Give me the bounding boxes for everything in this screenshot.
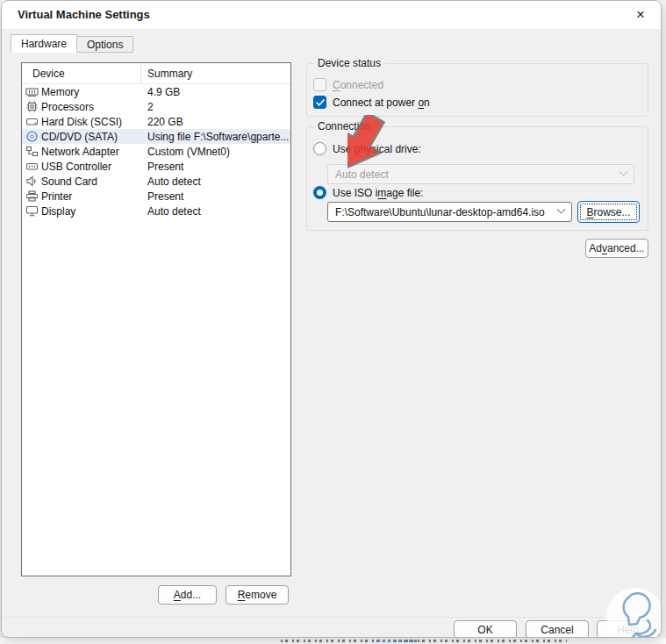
usb-controller-icon (25, 161, 39, 173)
connected-checkbox[interactable]: Connected (313, 78, 383, 91)
device-name: Memory (41, 86, 79, 98)
physical-drive-select[interactable]: Auto detect (327, 164, 634, 184)
device-list: Device Summary Memory 4.9 GB Processors … (21, 62, 291, 576)
display-icon (25, 205, 39, 218)
device-name: Hard Disk (SCSI) (41, 116, 122, 128)
check-icon (316, 99, 325, 106)
device-summary: Using file F:\Software\gparte... (141, 131, 290, 143)
device-name: Network Adapter (41, 146, 119, 158)
help-button[interactable]: Help (597, 620, 659, 638)
tab-hardware[interactable]: Hardware (11, 34, 77, 53)
device-list-header: Device Summary (22, 63, 290, 84)
column-header-device: Device (22, 63, 141, 83)
cancel-button[interactable]: Cancel (526, 620, 589, 638)
footer-separator (2, 617, 661, 618)
processor-icon (25, 101, 39, 113)
device-summary: Auto detect (141, 205, 290, 218)
network-adapter-icon (25, 146, 39, 158)
clipped-text-strip (281, 640, 567, 642)
device-summary: Auto detect (141, 175, 290, 188)
page-background: Virtual Machine Settings × Hardware Opti… (0, 0, 666, 644)
table-row[interactable]: Hard Disk (SCSI) 220 GB (22, 114, 290, 129)
clipped-text-strip-link (377, 640, 419, 642)
device-summary: Custom (VMnet0) (141, 146, 290, 158)
memory-icon (25, 86, 39, 98)
table-row[interactable]: USB Controller Present (22, 159, 290, 174)
device-name: Processors (41, 101, 94, 113)
device-name: USB Controller (41, 161, 111, 173)
table-row[interactable]: CD/DVD (SATA) Using file F:\Software\gpa… (22, 129, 290, 144)
device-name: Printer (41, 190, 72, 203)
hard-disk-icon (25, 116, 39, 128)
connect-at-power-on-checkbox[interactable]: Connect at power on (313, 96, 430, 109)
use-physical-drive-radio[interactable]: Use physical drive: (313, 142, 421, 155)
device-summary: Present (141, 161, 290, 173)
use-iso-image-radio[interactable]: Use ISO image file: (313, 186, 423, 199)
remove-button[interactable]: Remove (226, 585, 289, 605)
checkbox-box (313, 96, 326, 109)
cd-dvd-icon (25, 131, 39, 143)
chevron-down-icon (557, 205, 566, 214)
column-header-summary: Summary (141, 63, 290, 83)
table-row[interactable]: Display Auto detect (22, 204, 290, 218)
browse-button[interactable]: Browse... (577, 201, 640, 223)
tab-options[interactable]: Options (77, 36, 133, 53)
device-list-body: Memory 4.9 GB Processors 2 Hard Disk (SC… (22, 84, 290, 218)
table-row[interactable]: Sound Card Auto detect (22, 174, 290, 189)
close-icon[interactable]: × (627, 3, 654, 27)
table-row[interactable]: Processors 2 (22, 99, 290, 114)
add-button[interactable]: Add... (158, 585, 217, 605)
titlebar[interactable]: Virtual Machine Settings × (2, 1, 661, 30)
device-name: Sound Card (41, 175, 97, 188)
connection-group-label: Connection (314, 120, 375, 132)
radio-circle (313, 186, 326, 199)
window-title: Virtual Machine Settings (18, 8, 150, 21)
checkbox-box (313, 78, 326, 91)
radio-circle (313, 142, 326, 155)
tab-strip: Hardware Options (11, 34, 133, 53)
device-summary: Present (141, 190, 290, 203)
iso-path-combobox[interactable]: F:\Software\Ubuntu\lunar-desktop-amd64.i… (327, 202, 572, 222)
device-status-group-label: Device status (314, 57, 384, 69)
device-summary: 2 (141, 101, 290, 113)
advanced-button[interactable]: Advanced... (585, 239, 648, 258)
printer-icon (25, 190, 39, 203)
table-row[interactable]: Printer Present (22, 189, 290, 204)
table-row[interactable]: Memory 4.9 GB (22, 84, 290, 99)
virtual-machine-settings-dialog: Virtual Machine Settings × Hardware Opti… (1, 0, 662, 638)
device-name: CD/DVD (SATA) (41, 131, 118, 143)
chevron-down-icon (619, 168, 628, 176)
device-name: Display (41, 205, 75, 218)
sound-card-icon (25, 175, 39, 188)
device-summary: 220 GB (141, 116, 290, 128)
table-row[interactable]: Network Adapter Custom (VMnet0) (22, 144, 290, 159)
device-summary: 4.9 GB (141, 86, 290, 98)
ok-button[interactable]: OK (454, 620, 517, 638)
